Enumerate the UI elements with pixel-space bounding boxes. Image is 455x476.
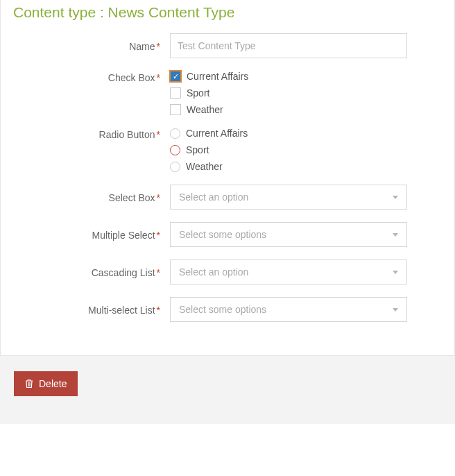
delete-button[interactable]: Delete [14,371,78,396]
name-input[interactable] [170,33,407,58]
chevron-down-icon [393,308,398,312]
checkbox-option-label: Current Affairs [187,71,248,82]
chevron-down-icon [393,233,398,237]
page-title: Content type : News Content Type [1,0,454,33]
multilist-label: Multi-select List* [13,303,170,316]
multiselect-label: Multiple Select* [13,228,170,241]
cascading-dropdown[interactable]: Select an option [170,260,407,284]
checkbox-weather[interactable] [170,104,181,115]
checkbox-sport[interactable] [170,87,181,99]
checkbox-current-affairs[interactable]: ✓ [170,71,181,82]
checkbox-label: Check Box* [13,71,170,83]
multiselect-dropdown[interactable]: Select some options [170,222,407,247]
checkbox-option-label: Sport [187,87,209,99]
radio-weather[interactable] [170,162,180,172]
selectbox-label: Select Box* [13,191,170,203]
radio-option-label: Current Affairs [186,128,248,139]
cascading-label: Cascading List* [13,266,170,278]
radio-label: Radio Button* [13,128,170,140]
radio-option-label: Sport [186,144,209,155]
checkbox-option-label: Weather [187,104,223,115]
trash-icon [25,379,33,389]
radio-current-affairs[interactable] [170,128,180,139]
chevron-down-icon [393,196,398,199]
chevron-down-icon [393,271,398,274]
radio-sport[interactable] [170,145,180,155]
name-label: Name* [13,40,170,52]
selectbox-dropdown[interactable]: Select an option [170,185,407,210]
radio-option-label: Weather [186,161,223,172]
multilist-dropdown[interactable]: Select some options [170,297,407,322]
